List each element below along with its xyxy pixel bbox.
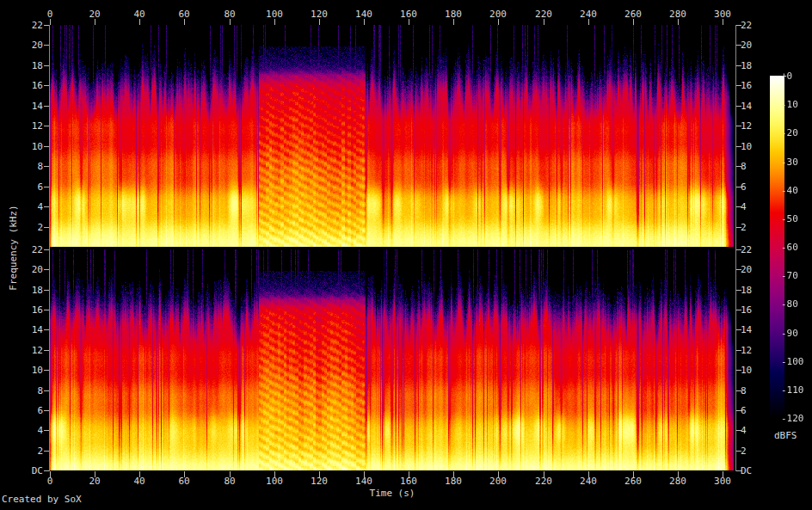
y-tick-label-right: 18 xyxy=(741,61,752,71)
left-axis-line xyxy=(49,25,50,471)
y-tick-label-right: 10 xyxy=(741,366,752,376)
y-tick-left xyxy=(44,390,49,391)
x-tick-top xyxy=(498,19,499,25)
sox-credit: Created by SoX xyxy=(2,495,82,505)
y-tick-left xyxy=(44,146,49,147)
x-tick-label-top: 300 xyxy=(714,9,731,20)
y-tick-left xyxy=(44,206,49,207)
y-tick-label-right: 12 xyxy=(741,346,752,356)
x-tick-top xyxy=(453,19,454,25)
y-tick-label-right: DC xyxy=(741,466,752,476)
y-tick-label-right: 10 xyxy=(741,142,752,152)
colorbar-tick-label: -90 xyxy=(781,329,798,339)
colorbar-tick-label: -10 xyxy=(781,100,798,110)
x-tick-label-top: 120 xyxy=(311,9,328,20)
y-tick-label-left: 8 xyxy=(37,162,43,172)
y-tick-label-right: 12 xyxy=(741,121,752,132)
y-tick-label-left: 6 xyxy=(37,406,43,416)
x-tick-label-top: 160 xyxy=(400,9,417,20)
y-tick-label-left: DC xyxy=(32,466,43,476)
colorbar-tick-label: +0 xyxy=(781,71,792,82)
y-tick-label-left: 4 xyxy=(37,202,43,212)
y-tick-left xyxy=(44,310,49,310)
colorbar-tick-label: -80 xyxy=(781,299,798,310)
x-tick-label-bottom: 80 xyxy=(224,476,235,487)
frequency-axis-title: Frequency (kHz) xyxy=(9,205,19,290)
y-tick-left xyxy=(44,85,49,86)
colorbar-tick-label: -20 xyxy=(781,128,798,138)
sox-spectrogram-window: Frequency (kHz) Time (s) dBFS Created by… xyxy=(0,0,812,510)
x-tick-label-top: 180 xyxy=(445,9,462,20)
y-tick-left xyxy=(44,451,49,452)
x-tick-top xyxy=(364,19,365,25)
y-tick-label-left: 4 xyxy=(37,426,43,436)
y-tick-label-right: 2 xyxy=(741,446,747,457)
x-tick-label-top: 100 xyxy=(266,9,283,20)
x-tick-label-top: 40 xyxy=(133,9,145,20)
y-tick-label-right: 20 xyxy=(741,265,752,275)
y-tick-label-right: 8 xyxy=(741,386,747,396)
y-tick-label-left: 16 xyxy=(32,305,43,316)
x-tick-label-bottom: 260 xyxy=(624,476,642,487)
y-tick-label-right: 16 xyxy=(741,81,752,91)
x-tick-label-bottom: 0 xyxy=(47,476,53,487)
x-tick-top xyxy=(588,19,589,25)
x-tick-label-top: 260 xyxy=(624,9,642,20)
y-tick-left xyxy=(44,329,49,330)
x-tick-top xyxy=(139,19,140,25)
x-tick-label-bottom: 20 xyxy=(89,476,100,487)
y-tick-left xyxy=(44,65,49,66)
x-tick-label-bottom: 300 xyxy=(714,476,731,487)
y-tick-left xyxy=(44,410,49,411)
y-tick-label-left: 12 xyxy=(32,346,43,356)
colorbar-tick-label: -60 xyxy=(781,243,798,253)
y-tick-label-right: 4 xyxy=(741,426,747,436)
spectrogram-channel-2 xyxy=(50,249,735,470)
y-tick-left xyxy=(44,106,49,107)
y-tick-left xyxy=(44,370,49,371)
x-tick-label-bottom: 160 xyxy=(400,476,417,487)
y-tick-label-left: 10 xyxy=(32,366,43,376)
y-tick-left xyxy=(44,269,49,270)
x-tick-label-top: 0 xyxy=(47,9,53,20)
x-tick-label-bottom: 120 xyxy=(311,476,328,487)
x-tick-top xyxy=(319,19,320,25)
x-tick-top xyxy=(230,19,231,25)
x-tick-top xyxy=(544,19,544,25)
x-tick-label-top: 140 xyxy=(355,9,372,20)
x-tick-label-bottom: 240 xyxy=(580,476,597,487)
x-tick-top xyxy=(95,19,95,25)
x-tick-top xyxy=(633,19,634,25)
x-tick-label-bottom: 180 xyxy=(445,476,462,487)
colorbar-tick-label: -50 xyxy=(781,214,798,224)
right-axis-line xyxy=(735,25,736,471)
y-tick-label-left: 22 xyxy=(32,21,43,31)
x-tick-label-bottom: 100 xyxy=(266,476,283,487)
x-tick-label-top: 280 xyxy=(669,9,686,20)
y-tick-label-left: 2 xyxy=(37,223,43,233)
y-tick-label-left: 20 xyxy=(32,265,43,275)
y-tick-label-right: 16 xyxy=(741,305,752,316)
y-tick-label-left: 18 xyxy=(32,61,43,71)
y-tick-label-left: 18 xyxy=(32,286,43,296)
time-axis-title: Time (s) xyxy=(370,488,415,499)
x-tick-top xyxy=(274,19,275,25)
y-tick-left xyxy=(44,350,49,351)
y-tick-label-left: 14 xyxy=(32,101,43,112)
x-tick-label-top: 20 xyxy=(89,9,100,20)
y-tick-left xyxy=(44,126,49,126)
x-tick-label-bottom: 40 xyxy=(133,476,145,487)
y-tick-label-left: 22 xyxy=(32,245,43,255)
y-tick-left xyxy=(44,45,49,46)
x-tick-label-top: 220 xyxy=(535,9,552,20)
y-tick-label-right: 2 xyxy=(741,223,747,233)
x-tick-label-bottom: 60 xyxy=(178,476,189,487)
x-tick-label-top: 60 xyxy=(178,9,189,20)
y-tick-label-right: 8 xyxy=(741,162,747,172)
y-tick-label-right: 6 xyxy=(741,182,747,193)
y-tick-left xyxy=(44,249,49,250)
y-tick-label-left: 14 xyxy=(32,325,43,335)
y-tick-label-left: 12 xyxy=(32,121,43,132)
colorbar-unit-label: dBFS xyxy=(774,431,797,441)
y-tick-left xyxy=(44,227,49,228)
